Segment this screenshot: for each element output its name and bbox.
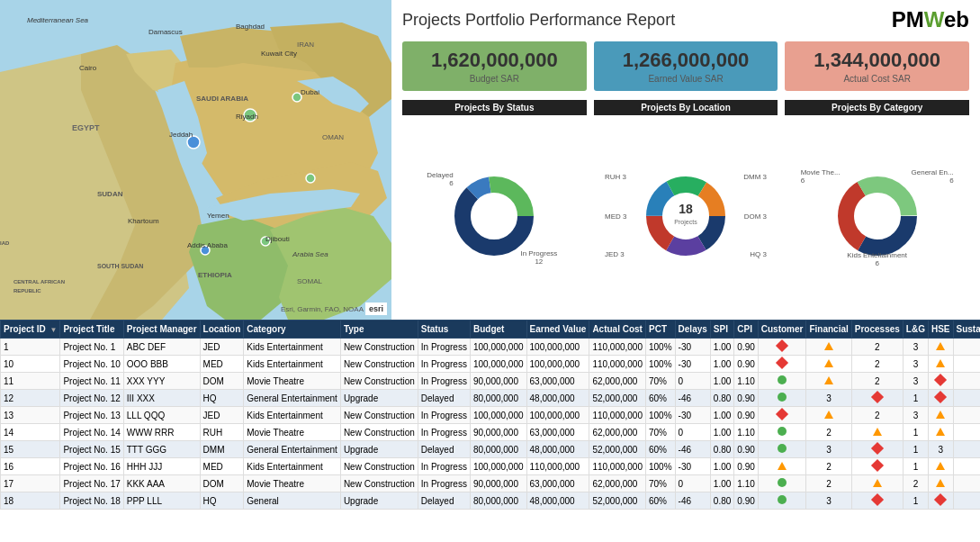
cell-actual: 62,000,000 (589, 373, 646, 390)
table-row[interactable]: 18 Project No. 18 PPP LLL HQ General Upg… (1, 492, 981, 510)
table-scroll[interactable]: Project ID ▼ Project Title Project Manag… (0, 320, 980, 542)
col-header-spi[interactable]: SPI (710, 321, 733, 339)
cell-delays: -30 (675, 356, 710, 373)
table-row[interactable]: 1 Project No. 1 ABC DEF JED Kids Enterta… (1, 339, 981, 356)
cell-title: Project No. 18 (60, 492, 123, 510)
cell-title: Project No. 15 (60, 441, 123, 458)
map-label-dubai: Dubai (301, 88, 319, 96)
cell-budget: 100,000,000 (470, 339, 526, 356)
cell-budget: 90,000,000 (470, 424, 526, 441)
map-panel: Mediterranean Sea Damascus Baghdad Cairo… (0, 0, 391, 320)
cell-id: 16 (1, 458, 60, 475)
cell-status: Delayed (418, 492, 470, 510)
col-header-lg[interactable]: L&G (903, 321, 928, 339)
cell-cpi: 0.90 (734, 339, 758, 356)
cell-cpi: 1.10 (734, 475, 758, 492)
cell-lg: 2 (903, 475, 928, 492)
earned-value: 1,266,000,000 (605, 49, 768, 72)
col-header-category[interactable]: Category (244, 321, 341, 339)
cell-manager: WWW RRR (123, 424, 200, 441)
cell-title: Project No. 13 (60, 407, 123, 424)
cell-lg: 3 (903, 356, 928, 373)
col-header-financial[interactable]: Financial (806, 321, 851, 339)
cell-location: HQ (200, 492, 244, 510)
col-header-budget[interactable]: Budget (470, 321, 526, 339)
cell-type: Upgrade (340, 441, 418, 458)
cell-pct: 100% (646, 356, 676, 373)
col-header-status[interactable]: Status (418, 321, 470, 339)
cell-type: New Construction (340, 475, 418, 492)
cell-financial: 2 (806, 475, 851, 492)
cell-manager: LLL QQQ (123, 407, 200, 424)
col-header-location[interactable]: Location (200, 321, 244, 339)
col-header-hse[interactable]: HSE (928, 321, 953, 339)
table-row[interactable]: 12 Project No. 12 III XXX HQ General Ent… (1, 390, 981, 407)
cell-customer (758, 424, 806, 441)
col-header-id[interactable]: Project ID ▼ (1, 321, 60, 339)
cell-sustain: 3 (953, 407, 980, 424)
table-row[interactable]: 11 Project No. 11 XXX YYY DOM Movie Thea… (1, 373, 981, 390)
cell-id: 15 (1, 441, 60, 458)
cell-processes: 2 (851, 339, 903, 356)
cell-category: Kids Entertainment (244, 356, 341, 373)
cell-actual: 110,000,000 (589, 407, 646, 424)
col-header-actual[interactable]: Actual Cost (589, 321, 646, 339)
col-header-sustain[interactable]: Sustain ability (953, 321, 980, 339)
table-header-row: Project ID ▼ Project Title Project Manag… (1, 321, 981, 339)
loc-label-jed: JED 3 (605, 250, 625, 258)
status-label-delayed: Delayed6 (427, 171, 453, 187)
cell-actual: 110,000,000 (589, 356, 646, 373)
col-header-title[interactable]: Project Title (60, 321, 123, 339)
cell-processes (851, 458, 903, 475)
table-row[interactable]: 17 Project No. 17 KKK AAA DOM Movie Thea… (1, 475, 981, 492)
cell-financial (806, 373, 851, 390)
table-row[interactable]: 14 Project No. 14 WWW RRR RUH Movie Thea… (1, 424, 981, 441)
cell-earned: 63,000,000 (526, 475, 589, 492)
table-row[interactable]: 16 Project No. 16 HHH JJJ MED Kids Enter… (1, 458, 981, 475)
cell-category: Kids Entertainment (244, 407, 341, 424)
cell-type: New Construction (340, 424, 418, 441)
cell-location: JED (200, 339, 244, 356)
table-row[interactable]: 15 Project No. 15 TTT GGG DMM General En… (1, 441, 981, 458)
col-header-delays[interactable]: Delays (675, 321, 710, 339)
cell-pct: 100% (646, 339, 676, 356)
cell-pct: 60% (646, 492, 676, 510)
cell-location: DMM (200, 441, 244, 458)
cell-lg: 1 (903, 492, 928, 510)
cell-actual: 62,000,000 (589, 475, 646, 492)
cell-manager: XXX YYY (123, 373, 200, 390)
cell-spi: 0.80 (710, 492, 733, 510)
col-header-earned[interactable]: Earned Value (526, 321, 589, 339)
chart-category: Movie The...6 General En...6 Kids Entelt… (785, 119, 969, 312)
map-label-iad: IAD (0, 240, 10, 246)
cell-hse (928, 390, 953, 407)
cell-delays: -30 (675, 339, 710, 356)
col-header-customer[interactable]: Customer (758, 321, 806, 339)
map-label-saudi: SAUDI ARABIA (196, 95, 248, 103)
col-header-type[interactable]: Type (340, 321, 418, 339)
report-header: Projects Portfolio Performance Report PM… (402, 7, 969, 32)
map-label-somal: SOMAL (297, 277, 323, 285)
map-label-yemen: Yemen (207, 212, 229, 220)
col-header-pct[interactable]: PCT (646, 321, 676, 339)
cell-earned: 100,000,000 (526, 339, 589, 356)
map-label-baghdad: Baghdad (236, 23, 265, 31)
col-header-cpi[interactable]: CPI (734, 321, 758, 339)
kpi-earned: 1,266,000,000 Earned Value SAR (594, 41, 778, 91)
col-header-processes[interactable]: Processes (851, 321, 903, 339)
cell-cpi: 1.10 (734, 424, 758, 441)
cat-label-movie: Movie The...6 (801, 168, 841, 185)
table-row[interactable]: 13 Project No. 13 LLL QQQ JED Kids Enter… (1, 407, 981, 424)
cell-title: Project No. 12 (60, 390, 123, 407)
cell-sustain: 1 (953, 390, 980, 407)
cell-pct: 70% (646, 373, 676, 390)
cell-lg: 3 (903, 407, 928, 424)
svg-text:REPUBLIC: REPUBLIC (13, 288, 41, 294)
cell-earned: 100,000,000 (526, 407, 589, 424)
cell-hse (928, 356, 953, 373)
cell-actual: 110,000,000 (589, 339, 646, 356)
cell-processes: 2 (851, 356, 903, 373)
table-row[interactable]: 10 Project No. 10 OOO BBB MED Kids Enter… (1, 356, 981, 373)
map-label-addis: Addis Ababa (187, 241, 228, 249)
col-header-manager[interactable]: Project Manager (123, 321, 200, 339)
